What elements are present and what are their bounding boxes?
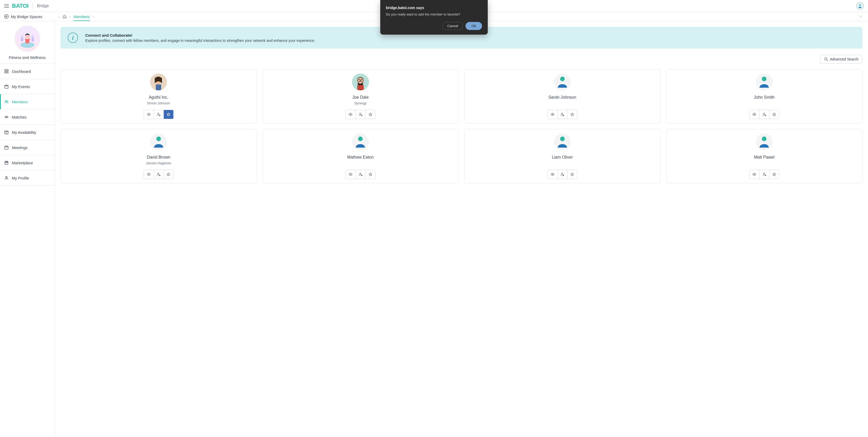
favorite-member-button[interactable] [769,110,779,119]
nav-list: DashboardMy EventsMembersMatchesMy Avail… [0,64,55,186]
svg-rect-4 [5,69,6,71]
breadcrumb-sep-icon: › [58,14,60,20]
star-icon [368,112,373,117]
connect-member-button[interactable] [355,170,365,179]
svg-point-16 [825,58,827,60]
member-name: David Brown [147,155,170,160]
space-header: Fitness and Wellness [0,21,55,64]
connect-member-button[interactable] [154,170,163,179]
sidebar-item-label: Members [12,100,28,104]
svg-point-34 [552,114,553,115]
member-name: Joe Dale [352,95,369,100]
favorite-member-button[interactable] [567,170,577,179]
member-actions [749,110,779,119]
user-avatar-button[interactable] [856,2,864,10]
view-member-button[interactable] [548,170,557,179]
sidebar-item-matches[interactable]: Matches [0,109,55,124]
view-member-button[interactable] [346,170,355,179]
header-left: BATOI Bridge [4,3,49,9]
view-member-button[interactable] [346,110,355,119]
user-icon [858,4,862,8]
eye-icon [348,172,352,177]
favorite-member-button[interactable] [365,110,375,119]
user-plus-icon [157,112,161,117]
svg-point-39 [764,113,765,115]
person-icon [758,135,771,149]
info-icon: i [68,33,78,43]
svg-point-15 [6,177,7,178]
favorite-member-button[interactable] [163,170,173,179]
connect-member-button[interactable] [557,110,567,119]
favorite-member-button[interactable] [769,170,779,179]
person-icon [152,135,165,149]
member-actions [749,170,779,179]
sidebar-item-marketplace[interactable]: Marketplace [0,155,55,170]
member-card: Matt Pawel [666,129,863,183]
dialog-ok-button[interactable]: OK [466,22,482,30]
view-member-button[interactable] [144,110,154,119]
sidebar-item-label: My Availability [12,130,36,134]
person-icon [758,76,771,89]
right-panel-toggle[interactable] [858,12,864,21]
sidebar-item-label: My Profile [12,176,29,180]
member-avatar [554,73,571,90]
matches-icon [4,115,9,119]
connect-member-button[interactable] [759,110,769,119]
dialog-actions: Cancel OK [386,22,482,30]
svg-point-21 [148,114,149,115]
svg-point-0 [859,4,861,6]
svg-point-10 [7,101,8,102]
sidebar-item-my-profile[interactable]: My Profile [0,170,55,186]
person-icon [354,135,367,149]
svg-point-11 [5,116,6,118]
meetings-icon [4,145,9,150]
sidebar-item-members[interactable]: Members [0,94,55,109]
svg-point-9 [5,100,7,102]
sidebar-item-my-events[interactable]: My Events [0,79,55,94]
dialog-cancel-button[interactable]: Cancel [442,22,463,30]
favorite-member-button[interactable] [163,110,173,119]
svg-rect-14 [5,146,8,149]
brand-logo[interactable]: BATOI Bridge [12,3,49,9]
sidebar-item-dashboard[interactable]: Dashboard [0,64,55,79]
svg-point-46 [350,174,351,175]
space-avatar [14,26,40,52]
star-icon [570,172,574,177]
view-member-button[interactable] [144,170,154,179]
view-member-button[interactable] [749,170,759,179]
eye-icon [551,112,555,117]
breadcrumb-current[interactable]: Members [74,14,90,21]
menu-toggle-button[interactable] [4,4,9,8]
main-layout: Fitness and Wellness DashboardMy EventsM… [0,21,868,437]
connect-member-button[interactable] [154,110,163,119]
svg-point-55 [764,173,765,174]
sidebar-item-my-availability[interactable]: My Availability [0,124,55,140]
svg-point-22 [158,113,159,115]
svg-point-12 [6,116,8,118]
member-org: Jacobs-Hagenes [146,161,171,165]
member-name: Aguthi Inc. [149,95,168,100]
favorite-member-button[interactable] [365,170,375,179]
connect-member-button[interactable] [557,170,567,179]
member-name: Matt Pawel [754,155,774,160]
advanced-search-button[interactable]: Advanced Search [820,55,862,64]
star-icon [166,112,170,117]
sidebar-item-meetings[interactable]: Meetings [0,140,55,155]
sidebar-item-label: Marketplace [12,161,33,165]
eye-icon [348,112,352,117]
breadcrumb: › › Members › [56,14,97,20]
favorite-member-button[interactable] [567,110,577,119]
back-to-spaces-link[interactable]: My Bridge Spaces [4,14,42,19]
user-plus-icon [560,112,564,117]
subheader-left: My Bridge Spaces › › Members › [4,14,97,20]
view-member-button[interactable] [749,110,759,119]
user-plus-icon [762,172,767,177]
view-member-button[interactable] [548,110,557,119]
breadcrumb-home-button[interactable] [63,14,67,19]
home-icon [63,14,67,19]
connect-member-button[interactable] [355,110,365,119]
svg-rect-7 [7,72,8,73]
eye-icon [147,112,151,117]
eye-icon [147,172,151,177]
connect-member-button[interactable] [759,170,769,179]
